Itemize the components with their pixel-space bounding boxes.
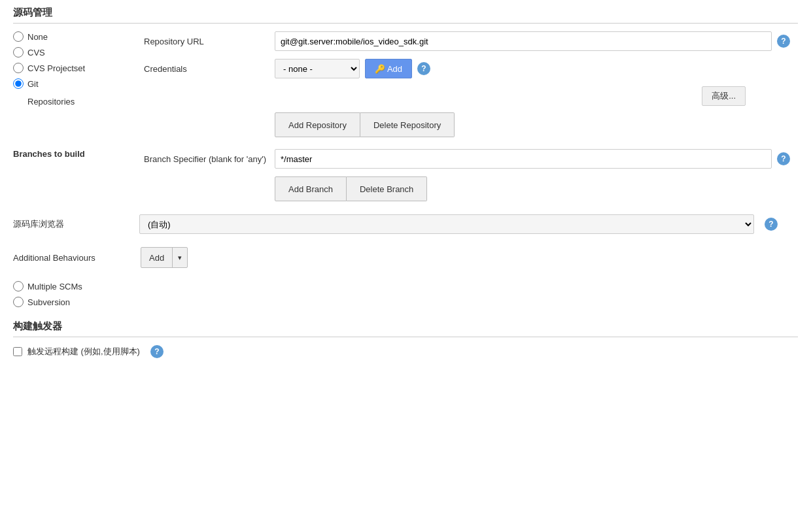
credentials-controls: - none - 🔑 Add — [275, 59, 412, 78]
scm-option-none-label: None — [27, 32, 48, 42]
add-repository-button[interactable]: Add Repository — [275, 112, 360, 137]
repository-url-help-icon[interactable]: ? — [777, 35, 790, 48]
scm-option-multiple-scms-label: Multiple SCMs — [27, 282, 82, 291]
credentials-select[interactable]: - none - — [275, 59, 360, 78]
add-dropdown-arrow-icon: ▾ — [173, 248, 187, 267]
scm-radio-cvs[interactable] — [13, 47, 24, 58]
scm-radio-cvs-projectset[interactable] — [13, 63, 24, 73]
repository-url-input[interactable] — [275, 31, 772, 51]
scm-extra-radio-group: Multiple SCMs Subversion — [13, 281, 798, 307]
repository-url-row: Repository URL ? — [144, 31, 798, 51]
build-triggers-title: 构建触发器 — [13, 320, 798, 337]
scm-option-multiple-scms[interactable]: Multiple SCMs — [13, 281, 798, 291]
credentials-help-icon[interactable]: ? — [417, 62, 430, 75]
scm-radio-git[interactable] — [13, 78, 24, 89]
scm-option-subversion-label: Subversion — [27, 297, 70, 307]
additional-section: Additional Behaviours Add ▾ — [13, 247, 798, 268]
delete-branch-button[interactable]: Delete Branch — [347, 176, 427, 201]
branch-specifier-label: Branch Specifier (blank for 'any') — [144, 154, 275, 164]
repo-action-buttons: Add Repository Delete Repository — [275, 112, 798, 137]
add-dropdown-button[interactable]: Add ▾ — [141, 247, 188, 268]
browser-section: 源码库浏览器 (自动) ? — [13, 214, 798, 234]
scm-radio-subversion[interactable] — [13, 297, 24, 307]
trigger-row-remote: 触发远程构建 (例如,使用脚本) ? — [13, 345, 798, 358]
trigger-remote-checkbox[interactable] — [13, 347, 22, 356]
git-details: Repository URL ? Credentials - none - 🔑 … — [144, 31, 798, 137]
branches-section: Branches to build Branch Specifier (blan… — [13, 149, 798, 201]
additional-label: Additional Behaviours — [13, 253, 134, 263]
branch-specifier-help-icon[interactable]: ? — [777, 152, 790, 165]
scm-option-subversion[interactable]: Subversion — [13, 297, 798, 307]
repositories-label: Repositories — [27, 97, 144, 107]
add-branch-button[interactable]: Add Branch — [275, 176, 347, 201]
branch-specifier-input[interactable] — [275, 149, 772, 169]
repository-url-label: Repository URL — [144, 37, 275, 46]
scm-radio-none[interactable] — [13, 31, 24, 42]
delete-repository-button[interactable]: Delete Repository — [360, 112, 455, 137]
scm-option-none[interactable]: None — [13, 31, 144, 42]
browser-help-icon[interactable]: ? — [765, 218, 778, 231]
branch-specifier-row: Branch Specifier (blank for 'any') ? — [144, 149, 798, 169]
scm-option-cvs-projectset-label: CVS Projectset — [27, 63, 85, 73]
scm-option-cvs-label: CVS — [27, 48, 45, 58]
credentials-add-button[interactable]: 🔑 Add — [365, 59, 412, 78]
scm-radio-group: None CVS CVS Projectset Git — [13, 31, 144, 89]
branches-title: Branches to build — [13, 149, 144, 159]
branch-action-buttons: Add Branch Delete Branch — [275, 176, 798, 201]
advanced-button[interactable]: 高级... — [702, 86, 746, 106]
scm-option-git[interactable]: Git — [13, 78, 144, 89]
scm-option-cvs[interactable]: CVS — [13, 47, 144, 58]
add-dropdown-text: Add — [141, 248, 173, 267]
scm-title: 源码管理 — [13, 7, 798, 24]
scm-extra-section: Multiple SCMs Subversion — [13, 281, 798, 307]
scm-option-cvs-projectset[interactable]: CVS Projectset — [13, 63, 144, 73]
trigger-remote-help-icon[interactable]: ? — [150, 345, 164, 358]
browser-label: 源码库浏览器 — [13, 218, 134, 230]
trigger-remote-label: 触发远程构建 (例如,使用脚本) — [27, 346, 140, 357]
scm-option-git-label: Git — [27, 79, 39, 89]
scm-radio-multiple-scms[interactable] — [13, 281, 24, 291]
scm-section: 源码管理 None CVS CVS Projectset Git — [13, 7, 798, 137]
credentials-label: Credentials — [144, 64, 275, 74]
credentials-row: Credentials - none - 🔑 Add ? — [144, 59, 798, 78]
browser-select[interactable]: (自动) — [139, 214, 754, 234]
build-triggers-section: 构建触发器 触发远程构建 (例如,使用脚本) ? — [13, 320, 798, 358]
scm-options: None CVS CVS Projectset Git Repositories — [13, 31, 144, 137]
advanced-row: 高级... — [144, 86, 772, 106]
